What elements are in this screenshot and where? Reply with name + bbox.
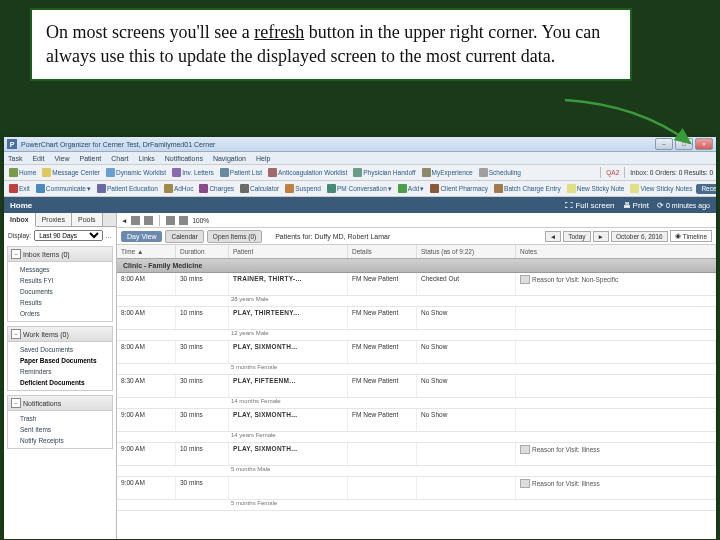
side-messages[interactable]: Messages [8, 264, 112, 275]
side-results[interactable]: Results [8, 297, 112, 308]
side-documents[interactable]: Documents [8, 286, 112, 297]
callout-text-1: On most screens you'll see a [46, 22, 254, 42]
menu-help[interactable]: Help [256, 155, 270, 162]
col-patient[interactable]: Patient [229, 245, 348, 258]
fullscreen-button[interactable]: ⛶ Full screen [565, 201, 614, 210]
tb-new-sticky[interactable]: New Sticky Note [565, 184, 627, 193]
tool-icon-4[interactable] [179, 216, 188, 225]
calendar-button[interactable]: Calendar [165, 230, 203, 243]
menu-navigation[interactable]: Navigation [213, 155, 246, 162]
date-prev[interactable]: ◄ [545, 231, 561, 242]
tb-recent[interactable]: Recent ▾ [696, 184, 716, 194]
side-orders[interactable]: Orders [8, 308, 112, 319]
tb-pm-conversation[interactable]: PM Conversation▾ [325, 184, 394, 193]
table-row[interactable]: 9:00 AM30 minsPLAY, SIXMONTH...FM New Pa… [117, 409, 716, 432]
zoom-level[interactable]: 100% [192, 217, 209, 224]
date-next[interactable]: ► [593, 231, 609, 242]
add-icon [398, 184, 407, 193]
tb-view-sticky[interactable]: View Sticky Notes [628, 184, 694, 193]
env-label: QA2 [606, 169, 619, 176]
tb-batch-charge[interactable]: Batch Charge Entry [492, 184, 563, 193]
tb-communicate[interactable]: Communicate▾ [34, 184, 93, 193]
side-reminders[interactable]: Reminders [8, 366, 112, 377]
tb-scheduling[interactable]: Scheduling [477, 168, 523, 177]
sect2-title: Work Items (0) [23, 331, 69, 338]
display-ellipsis[interactable]: … [106, 232, 113, 239]
col-notes[interactable]: Notes [516, 245, 716, 258]
tb-inv-letters[interactable]: Inv. Letters [170, 168, 216, 177]
table-subrow: 14 months Female [117, 398, 716, 409]
table-subrow: 12 years Male [117, 330, 716, 341]
table-subrow: 14 years Female [117, 432, 716, 443]
tab-proxies[interactable]: Proxies [36, 213, 72, 226]
calculator-icon [240, 184, 249, 193]
collapse-icon[interactable]: − [11, 329, 21, 339]
day-view-button[interactable]: Day View [121, 231, 162, 242]
collapse-icon[interactable]: − [11, 398, 21, 408]
tool-icon-1[interactable] [131, 216, 140, 225]
table-subrow: 5 months Female [117, 500, 716, 511]
tb-dynamic-worklist[interactable]: Dynamic Worklist [104, 168, 168, 177]
suspend-icon [285, 184, 294, 193]
table-row[interactable]: 8:00 AM30 minsPLAY, SIXMONTH...FM New Pa… [117, 341, 716, 364]
tb-exit[interactable]: Exit [7, 184, 32, 193]
menu-patient[interactable]: Patient [80, 155, 102, 162]
nav-back-icon[interactable]: ◄ [121, 217, 127, 224]
tb-client-pharmacy[interactable]: Client Pharmacy [428, 184, 490, 193]
col-duration[interactable]: Duration [176, 245, 229, 258]
tb-physician-handoff[interactable]: Physician Handoff [351, 168, 417, 177]
tb-message-center[interactable]: Message Center [40, 168, 102, 177]
table-row[interactable]: 9:00 AM10 minsPLAY, SIXMONTH... Reason f… [117, 443, 716, 466]
open-items-button[interactable]: Open Items (0) [207, 230, 262, 243]
side-results-fyi[interactable]: Results FYI [8, 275, 112, 286]
date-display[interactable]: October 6, 2016 [611, 231, 668, 242]
side-sent-items[interactable]: Sent Items [8, 424, 112, 435]
flag-icon [520, 445, 530, 454]
col-details[interactable]: Details [348, 245, 417, 258]
tab-pools[interactable]: Pools [72, 213, 103, 226]
col-status[interactable]: Status (as of 9:22) [417, 245, 516, 258]
menu-edit[interactable]: Edit [32, 155, 44, 162]
tool-icon-3[interactable] [166, 216, 175, 225]
tab-inbox[interactable]: Inbox [4, 213, 36, 227]
table-row[interactable]: 8:00 AM30 minsTRAINER, THIRTY-...FM New … [117, 273, 716, 296]
group-header: Clinic - Family Medicine [117, 259, 716, 273]
menu-chart[interactable]: Chart [111, 155, 128, 162]
menu-notifications[interactable]: Notifications [165, 155, 203, 162]
tb-calculator[interactable]: Calculator [238, 184, 281, 193]
table-row[interactable]: 8:00 AM10 minsPLAY, THIRTEENY...FM New P… [117, 307, 716, 330]
side-paper-docs[interactable]: Paper Based Documents [8, 355, 112, 366]
home-icon [9, 168, 18, 177]
table-header: Time ▲ Duration Patient Details Status (… [117, 245, 716, 259]
tb-add[interactable]: Add▾ [396, 184, 427, 193]
col-time[interactable]: Time ▲ [117, 245, 176, 258]
side-notify-receipts[interactable]: Notify Receipts [8, 435, 112, 446]
tb-suspend[interactable]: Suspend [283, 184, 323, 193]
tb-patient-list[interactable]: Patient List [218, 168, 264, 177]
table-subrow: 5 months Female [117, 364, 716, 375]
tool-icon-2[interactable] [144, 216, 153, 225]
today-button[interactable]: Today [563, 231, 590, 242]
table-row[interactable]: 8:30 AM30 minsPLAY, FIFTEENM...FM New Pa… [117, 375, 716, 398]
tb-home[interactable]: Home [7, 168, 38, 177]
collapse-icon[interactable]: − [11, 249, 21, 259]
side-deficient-docs[interactable]: Deficient Documents [8, 377, 112, 388]
refresh-button[interactable]: ⟳ 0 minutes ago [657, 201, 710, 210]
tb-patient-education[interactable]: Patient Education [95, 184, 160, 193]
tb-charges[interactable]: Charges [197, 184, 236, 193]
display-select[interactable]: Last 90 Days [34, 230, 102, 241]
sect-notifications: −Notifications Trash Sent Items Notify R… [7, 395, 113, 449]
menu-links[interactable]: Links [138, 155, 154, 162]
side-saved-docs[interactable]: Saved Documents [8, 344, 112, 355]
tb-anticoag[interactable]: Anticoagulation Worklist [266, 168, 349, 177]
patient-list-icon [220, 168, 229, 177]
tb-adhoc[interactable]: AdHoc [162, 184, 196, 193]
table-row[interactable]: 9:00 AM30 mins Reason for Visit: Illness [117, 477, 716, 500]
tb-myexperience[interactable]: MyExperience [420, 168, 475, 177]
menu-view[interactable]: View [54, 155, 69, 162]
side-trash[interactable]: Trash [8, 413, 112, 424]
print-button[interactable]: 🖶 Print [623, 201, 649, 210]
education-icon [97, 184, 106, 193]
menu-task[interactable]: Task [8, 155, 22, 162]
timeline-button[interactable]: ◉ Timeline [670, 230, 712, 242]
